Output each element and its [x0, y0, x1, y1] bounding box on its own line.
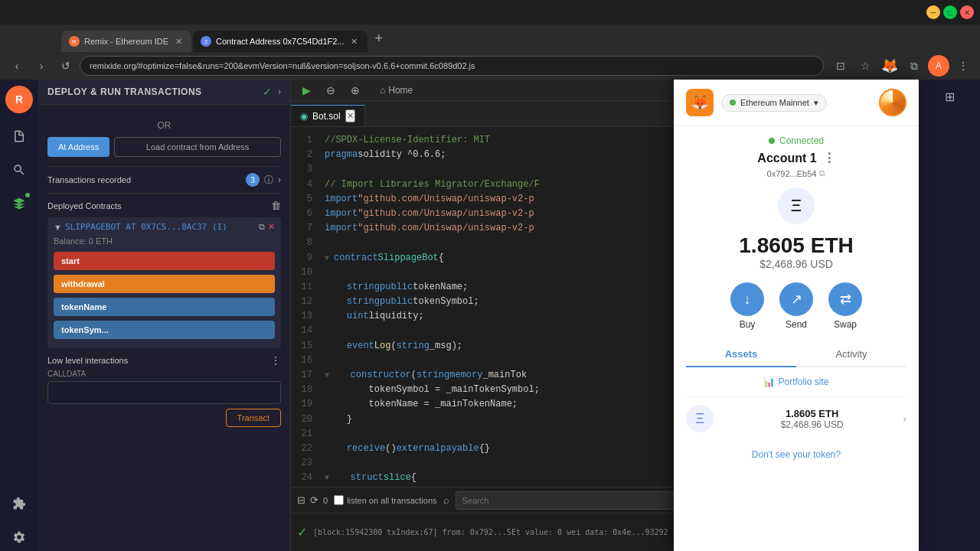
mm-network-dot: [730, 99, 736, 106]
mm-account-menu-icon[interactable]: ⋮: [823, 151, 835, 165]
transactions-badge: 3: [246, 173, 260, 187]
puzzle-btn[interactable]: ⧉: [903, 55, 925, 77]
minimize-btn[interactable]: ─: [926, 5, 940, 19]
footer-search-icon[interactable]: ⌕: [443, 494, 449, 506]
profile-btn[interactable]: A: [928, 55, 949, 77]
sidebar-deploy-icon[interactable]: [5, 190, 33, 217]
run-btn[interactable]: ▶: [297, 81, 315, 99]
sidebar-plugin-icon[interactable]: [5, 490, 33, 517]
mm-address: 0x792...Eb54 ⧉: [686, 168, 906, 178]
line-numbers: 12345 678910 1112131415 1617181920 21222…: [291, 127, 318, 487]
mm-tab-activity[interactable]: Activity: [796, 342, 906, 367]
sidebar-files-icon[interactable]: [5, 122, 33, 150]
mm-body: Connected Account 1 ⋮ 0x792...Eb54 ⧉ Ξ 1…: [674, 126, 919, 551]
at-address-btn[interactable]: At Address: [47, 137, 109, 157]
tab-contract-close[interactable]: ✕: [349, 36, 360, 47]
at-address-row: At Address Load contract from Address: [47, 137, 281, 157]
transactions-label: Transactions recorded: [47, 175, 241, 184]
mm-swap-btn[interactable]: ⇄ Swap: [828, 282, 862, 330]
mm-asset-row[interactable]: Ξ 1.8605 ETH $2,468.96 USD ›: [686, 396, 906, 440]
mm-balance-eth: 1.8605 ETH: [686, 233, 906, 258]
nav-icons: ⊡ ☆ 🦊 ⧉ A ⋮: [830, 55, 974, 77]
mm-network-btn[interactable]: Ethereum Mainnet ▾: [721, 94, 827, 112]
start-btn[interactable]: start: [54, 252, 275, 270]
forward-btn[interactable]: ›: [31, 55, 52, 77]
menu-btn[interactable]: ⋮: [952, 55, 974, 77]
home-label: Home: [388, 85, 413, 96]
low-level-dots-icon[interactable]: ⋮: [270, 354, 281, 367]
or-divider: OR: [47, 120, 281, 131]
contract-x-icon[interactable]: ✕: [268, 222, 275, 232]
app-area: R DEPLOY & RUN TRANSACTIONS ✓ › OR At Ad…: [0, 80, 980, 551]
mm-eth-icon: Ξ: [778, 187, 815, 224]
tokenname-btn[interactable]: tokenName: [54, 298, 275, 316]
mm-copy-address-icon[interactable]: ⧉: [819, 168, 825, 178]
sidebar-settings-icon[interactable]: [5, 523, 33, 551]
mm-account-name: Account 1 ⋮: [686, 151, 906, 165]
mm-balance-usd: $2,468.96 USD: [686, 258, 906, 270]
mm-dont-see-token[interactable]: Don't see your token?: [686, 440, 906, 469]
maximize-btn[interactable]: □: [943, 5, 957, 19]
zoom-out-btn[interactable]: ⊖: [322, 81, 340, 99]
sidebar-icons: R: [0, 80, 38, 551]
listen-label: listen on all transactions: [347, 496, 436, 505]
metamask-btn[interactable]: 🦊: [879, 55, 900, 77]
log-text: [block:15942300 txIndex:67] from: 0x792.…: [313, 528, 733, 536]
calldata-label: CALLDATA: [47, 370, 281, 378]
home-icon: ⌂: [380, 85, 385, 96]
tab-remix[interactable]: R Remix - Ethereum IDE ✕: [61, 31, 191, 52]
cast-btn[interactable]: ⊡: [830, 55, 851, 77]
tab-contract[interactable]: Ξ Contract Address 0x7C54Dd1F2... ✕: [193, 31, 368, 52]
mm-header: 🦊 Ethereum Mainnet ▾: [674, 80, 919, 126]
mm-logo: 🦊: [686, 89, 714, 116]
collapse-icon[interactable]: ⊟: [297, 494, 305, 506]
mm-asset-info: 1.8605 ETH $2,468.96 USD: [721, 408, 903, 430]
contract-chevron-icon[interactable]: ▼: [54, 223, 62, 232]
mm-send-label: Send: [786, 319, 807, 330]
history-icon[interactable]: ⟳: [310, 494, 318, 506]
url-bar[interactable]: [80, 56, 824, 76]
mm-send-btn[interactable]: ↗ Send: [779, 282, 813, 330]
tab-remix-close[interactable]: ✕: [173, 36, 184, 47]
mm-buy-btn[interactable]: ↓ Buy: [730, 282, 764, 330]
contract-item: ▼ SLIPPAGEBOT AT 0X7C5...8AC37 (I) ⧉ ✕ B…: [47, 217, 281, 348]
deploy-arrow-icon: ›: [278, 86, 281, 97]
nav-bar: ‹ › ↺ ⊡ ☆ 🦊 ⧉ A ⋮: [0, 52, 980, 80]
trash-icon[interactable]: 🗑: [271, 200, 281, 211]
tab-botsol-close[interactable]: ✕: [345, 109, 355, 122]
home-tab[interactable]: ⌂ Home: [371, 85, 422, 96]
transact-btn[interactable]: Transact: [226, 409, 281, 427]
transactions-info-icon: ⓘ: [264, 174, 273, 187]
zoom-in-btn[interactable]: ⊕: [346, 81, 364, 99]
reload-btn[interactable]: ↺: [55, 55, 77, 77]
deploy-check-icon: ✓: [263, 86, 272, 98]
withdrawal-btn[interactable]: withdrawal: [54, 275, 275, 293]
portfolio-icon: 📊: [763, 377, 775, 387]
tokensym-btn[interactable]: tokenSym...: [54, 321, 275, 339]
mm-connected-text: Connected: [779, 135, 824, 146]
listen-checkbox-label: listen on all transactions: [334, 495, 436, 505]
bookmark-btn[interactable]: ☆: [854, 55, 876, 77]
remix-favicon: R: [69, 36, 80, 47]
tab-botsolid[interactable]: ◉ Bot.sol ✕: [291, 105, 365, 126]
sidebar-collapse-btn[interactable]: ⊞: [939, 86, 960, 107]
metamask-overlay: 🦊 Ethereum Mainnet ▾ Connected Account 1…: [674, 80, 919, 551]
balance-text: Balance: 0 ETH: [54, 236, 275, 246]
back-btn[interactable]: ‹: [6, 55, 28, 77]
mm-tab-assets[interactable]: Assets: [686, 342, 796, 367]
transactions-arrow-icon[interactable]: ›: [278, 174, 281, 185]
mm-tabs: Assets Activity: [686, 342, 906, 367]
app-logo: R: [5, 86, 33, 113]
load-contract-btn[interactable]: Load contract from Address: [114, 137, 281, 157]
close-btn[interactable]: ✕: [960, 5, 974, 19]
deploy-panel: DEPLOY & RUN TRANSACTIONS ✓ › OR At Addr…: [38, 80, 291, 551]
contract-copy-icon[interactable]: ⧉: [259, 222, 265, 232]
listen-checkbox[interactable]: [334, 495, 344, 505]
new-tab-btn[interactable]: +: [369, 31, 390, 47]
contract-favicon: Ξ: [201, 36, 211, 47]
mm-avatar[interactable]: [879, 89, 906, 116]
mm-network-label: Ethereum Mainnet: [740, 98, 809, 107]
sidebar-search-icon[interactable]: [5, 156, 33, 184]
calldata-input[interactable]: [47, 381, 281, 404]
mm-portfolio-link[interactable]: 📊 Portfolio site: [686, 377, 906, 387]
